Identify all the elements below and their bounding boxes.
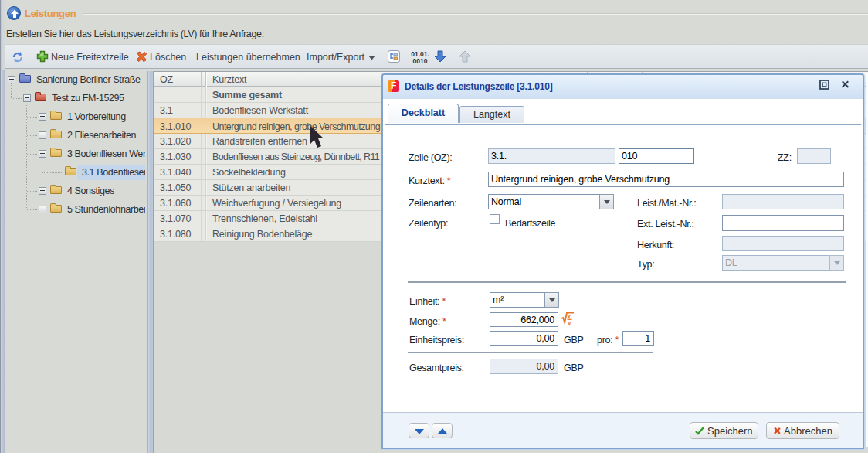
- svg-text:0010: 0010: [413, 57, 428, 65]
- svg-text:y: y: [568, 319, 571, 325]
